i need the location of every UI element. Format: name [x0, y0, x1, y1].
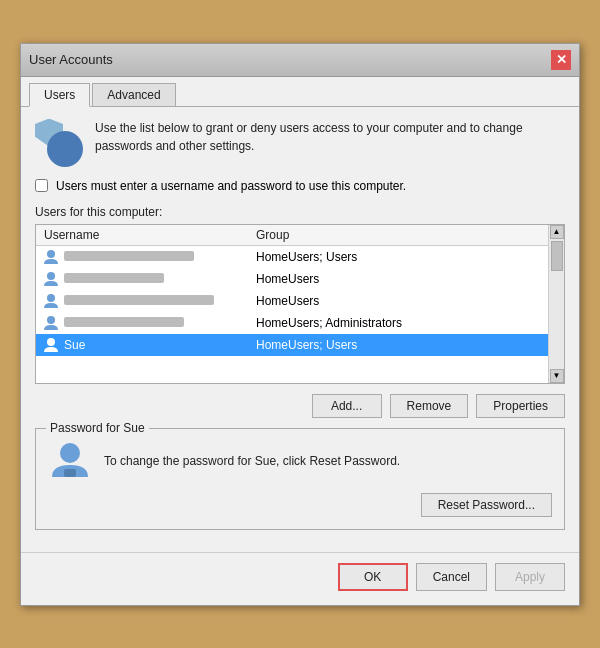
row-group: HomeUsers	[256, 294, 564, 308]
password-content: To change the password for Sue, click Re…	[48, 439, 552, 483]
user-icon	[42, 248, 60, 266]
close-button[interactable]: ✕	[551, 50, 571, 70]
checkbox-label: Users must enter a username and password…	[56, 179, 406, 193]
person-icon	[47, 131, 83, 167]
properties-button[interactable]: Properties	[476, 394, 565, 418]
svg-point-2	[47, 294, 55, 302]
password-group: Password for Sue To change the password …	[35, 428, 565, 530]
remove-button[interactable]: Remove	[390, 394, 469, 418]
row-group: HomeUsers; Users	[256, 250, 564, 264]
tab-advanced[interactable]: Advanced	[92, 83, 175, 106]
apply-button[interactable]: Apply	[495, 563, 565, 591]
password-btn-row: Reset Password...	[48, 493, 552, 517]
tab-bar: Users Advanced	[21, 77, 579, 107]
reset-password-button[interactable]: Reset Password...	[421, 493, 552, 517]
user-accounts-window: User Accounts ✕ Users Advanced Use the l…	[20, 43, 580, 606]
cancel-button[interactable]: Cancel	[416, 563, 487, 591]
scrollbar[interactable]: ▲ ▼	[548, 225, 564, 383]
user-icon	[42, 270, 60, 288]
scrollbar-thumb[interactable]	[551, 241, 563, 271]
row-username	[64, 316, 256, 330]
row-username-sue: Sue	[64, 338, 256, 352]
svg-point-3	[47, 316, 55, 324]
title-bar: User Accounts ✕	[21, 44, 579, 77]
ok-button[interactable]: OK	[338, 563, 408, 591]
user-icon	[42, 336, 60, 354]
svg-point-4	[47, 338, 55, 346]
scroll-up-button[interactable]: ▲	[550, 225, 564, 239]
row-username	[64, 272, 256, 286]
footer-row: OK Cancel Apply	[21, 552, 579, 605]
table-row[interactable]: HomeUsers	[36, 290, 564, 312]
table-row-selected[interactable]: Sue HomeUsers; Users	[36, 334, 564, 356]
row-username	[64, 294, 256, 308]
svg-point-1	[47, 272, 55, 280]
tab-users[interactable]: Users	[29, 83, 90, 107]
window-title: User Accounts	[29, 52, 113, 67]
user-icon	[42, 314, 60, 332]
svg-point-5	[60, 443, 80, 463]
main-content: Use the list below to grant or deny user…	[21, 107, 579, 542]
info-text: Use the list below to grant or deny user…	[95, 119, 565, 155]
svg-point-0	[47, 250, 55, 258]
row-group: HomeUsers; Users	[256, 338, 564, 352]
password-group-legend: Password for Sue	[46, 421, 149, 435]
user-action-buttons: Add... Remove Properties	[35, 394, 565, 418]
row-group: HomeUsers; Administrators	[256, 316, 564, 330]
table-row[interactable]: HomeUsers	[36, 268, 564, 290]
add-button[interactable]: Add...	[312, 394, 382, 418]
row-username	[64, 250, 256, 264]
scrollbar-track	[550, 239, 564, 369]
require-password-checkbox[interactable]	[35, 179, 48, 192]
user-table-container: Username Group HomeUsers; Users	[35, 224, 565, 384]
table-row[interactable]: HomeUsers; Administrators	[36, 312, 564, 334]
password-text: To change the password for Sue, click Re…	[104, 452, 400, 470]
user-icon	[42, 292, 60, 310]
col-header-group: Group	[256, 228, 564, 242]
table-header: Username Group	[36, 225, 564, 246]
scroll-down-button[interactable]: ▼	[550, 369, 564, 383]
col-header-username: Username	[36, 228, 256, 242]
info-icon	[35, 119, 83, 167]
checkbox-row: Users must enter a username and password…	[35, 179, 565, 193]
info-row: Use the list below to grant or deny user…	[35, 119, 565, 167]
users-section-label: Users for this computer:	[35, 205, 565, 219]
row-group: HomeUsers	[256, 272, 564, 286]
svg-rect-6	[64, 469, 76, 477]
table-row[interactable]: HomeUsers; Users	[36, 246, 564, 268]
password-icon	[48, 439, 92, 483]
